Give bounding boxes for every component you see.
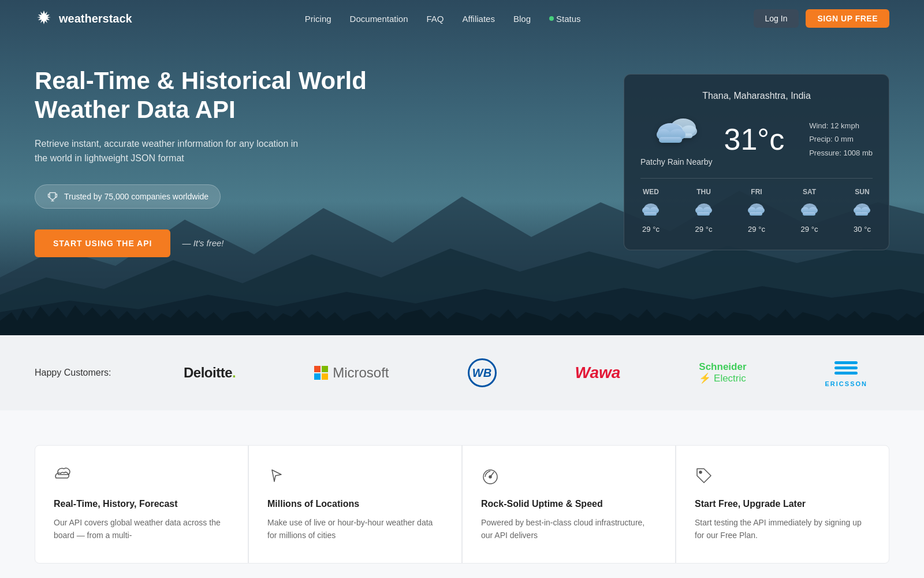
start-api-button[interactable]: START USING THE API (35, 229, 170, 257)
weather-icon-temp: Patchy Rain Nearby (640, 113, 713, 166)
features-grid: Real-Time, History, Forecast Our API cov… (35, 445, 889, 564)
hero-title: Real-Time & Historical World Weather Dat… (35, 66, 370, 125)
svg-point-32 (489, 476, 491, 478)
weather-icon (653, 113, 699, 153)
precip-info: Precip: 0 mm (809, 132, 873, 146)
customers-logos: Deloitte. Microsoft WB Wawa Schneider⚡ E… (162, 358, 889, 387)
forecast-day-name: SAT (803, 188, 816, 196)
tag-icon (695, 466, 713, 485)
nav-faq[interactable]: FAQ (427, 14, 444, 24)
realtime-icon (54, 466, 72, 485)
navbar: weatherstack Pricing Documentation FAQ A… (0, 0, 924, 37)
feature-desc-2: Make use of live or hour-by-hour weather… (267, 516, 443, 542)
speed-icon (481, 466, 500, 485)
svg-rect-23 (803, 212, 815, 216)
feature-icon-4 (695, 466, 870, 487)
deloitte-logo: Deloitte. (184, 365, 236, 381)
weather-card: Thana, Maharashtra, India (624, 74, 889, 250)
nav-actions: Log In SIGN UP FREE (754, 9, 889, 28)
forecast-day: THU 29 °c (694, 188, 714, 234)
forecast-day: SUN 30 °c (852, 188, 873, 234)
feature-title-1: Real-Time, History, Forecast (54, 499, 229, 509)
trophy-icon (47, 191, 58, 202)
weather-details: Wind: 12 kmph Precip: 0 mm Pressure: 100… (809, 119, 873, 160)
hero-content: Real-Time & Historical World Weather Dat… (35, 66, 370, 257)
wind-info: Wind: 12 kmph (809, 119, 873, 132)
logo-text: weatherstack (59, 12, 132, 25)
pressure-info: Pressure: 1008 mb (809, 146, 873, 160)
features-section: Real-Time, History, Forecast Our API cov… (0, 410, 924, 578)
feature-title-3: Rock-Solid Uptime & Speed (481, 499, 657, 509)
forecast-day-name: WED (643, 188, 659, 196)
ericsson-logo: ERICSSON (825, 359, 867, 387)
cta-note: It's free! (182, 238, 223, 248)
logo-icon (35, 9, 53, 28)
forecast-day-icon (746, 201, 767, 220)
weather-forecast: WED 29 °cTHU (640, 178, 873, 234)
wb-logo: WB (468, 358, 497, 387)
svg-point-33 (699, 471, 702, 473)
forecast-day: WED 29 °c (640, 188, 661, 234)
wawa-logo: Wawa (575, 364, 620, 382)
forecast-day-temp: 30 °c (854, 225, 871, 234)
login-button[interactable]: Log In (754, 9, 799, 28)
trust-badge: Trusted by 75,000 companies worldwide (35, 184, 221, 209)
hero-section: Real-Time & Historical World Weather Dat… (0, 0, 924, 335)
feature-title-2: Millions of Locations (267, 499, 443, 509)
forecast-day-icon (852, 201, 873, 220)
weather-location: Thana, Maharashtra, India (640, 91, 873, 101)
forecast-day-temp: 29 °c (695, 225, 713, 234)
schneider-logo: Schneider⚡ Electric (699, 361, 746, 385)
feature-desc-4: Start testing the API immediately by sig… (695, 516, 870, 542)
nav-status[interactable]: Status (549, 14, 581, 24)
svg-rect-19 (750, 212, 762, 216)
weather-condition-icon (653, 113, 699, 150)
feature-card-2: Millions of Locations Make use of live o… (248, 445, 462, 564)
nav-blog[interactable]: Blog (513, 14, 531, 24)
hero-subtitle: Retrieve instant, accurate weather infor… (35, 136, 312, 166)
feature-icon-3 (481, 466, 657, 487)
forecast-day: SAT 29 °c (799, 188, 820, 234)
forecast-day-temp: 29 °c (642, 225, 660, 234)
nav-documentation[interactable]: Documentation (350, 14, 408, 24)
forecast-day: FRI 29 °c (746, 188, 767, 234)
microsoft-logo: Microsoft (314, 365, 389, 381)
forecast-day-temp: 29 °c (801, 225, 818, 234)
customers-label: Happy Customers: (35, 368, 127, 378)
feature-desc-1: Our API covers global weather data acros… (54, 516, 229, 542)
logo-link[interactable]: weatherstack (35, 9, 132, 28)
feature-icon-1 (54, 466, 229, 487)
forecast-day-icon (799, 201, 820, 220)
svg-rect-30 (834, 372, 858, 375)
feature-card-1: Real-Time, History, Forecast Our API cov… (35, 445, 248, 564)
customers-section: Happy Customers: Deloitte. Microsoft WB … (0, 335, 924, 410)
forecast-day-icon (640, 201, 661, 220)
forecast-day-name: SUN (855, 188, 869, 196)
nav-pricing[interactable]: Pricing (305, 14, 331, 24)
forecast-day-name: FRI (751, 188, 762, 196)
weather-main: Patchy Rain Nearby 31°c Wind: 12 kmph Pr… (640, 113, 873, 166)
trust-text: Trusted by 75,000 companies worldwide (64, 192, 208, 201)
forecast-day-temp: 29 °c (748, 225, 765, 234)
forecast-day-icon (694, 201, 714, 220)
cta-row: START USING THE API It's free! (35, 229, 370, 257)
feature-card-3: Rock-Solid Uptime & Speed Powered by bes… (462, 445, 676, 564)
svg-rect-28 (834, 361, 858, 364)
status-dot-icon (549, 16, 554, 21)
svg-rect-15 (697, 212, 710, 216)
nav-links: Pricing Documentation FAQ Affiliates Blo… (305, 14, 581, 24)
svg-rect-29 (834, 366, 858, 369)
feature-card-4: Start Free, Upgrade Later Start testing … (676, 445, 889, 564)
svg-rect-11 (644, 212, 657, 216)
feature-icon-2 (267, 466, 443, 487)
weather-condition-text: Patchy Rain Nearby (640, 157, 713, 166)
feature-desc-3: Powered by best-in-class cloud infrastru… (481, 516, 657, 542)
location-icon (267, 466, 286, 485)
svg-rect-27 (855, 212, 868, 216)
forecast-day-name: THU (696, 188, 711, 196)
feature-title-4: Start Free, Upgrade Later (695, 499, 870, 509)
nav-affiliates[interactable]: Affiliates (463, 14, 495, 24)
svg-rect-7 (659, 137, 682, 143)
weather-temperature: 31°c (724, 122, 785, 157)
signup-button[interactable]: SIGN UP FREE (806, 9, 889, 28)
